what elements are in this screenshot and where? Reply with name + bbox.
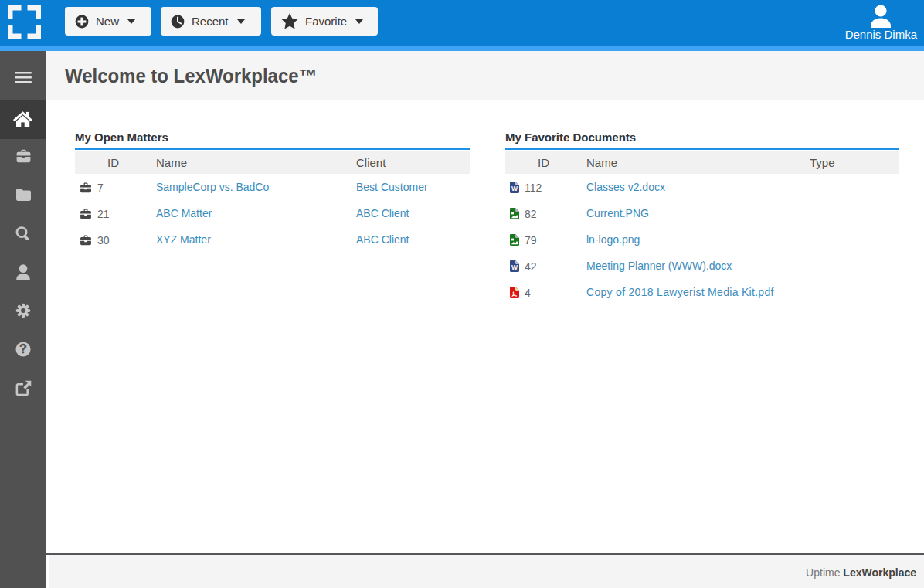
svg-text:W: W: [511, 263, 518, 271]
svg-text:?: ?: [19, 342, 27, 355]
svg-text:W: W: [511, 185, 518, 192]
